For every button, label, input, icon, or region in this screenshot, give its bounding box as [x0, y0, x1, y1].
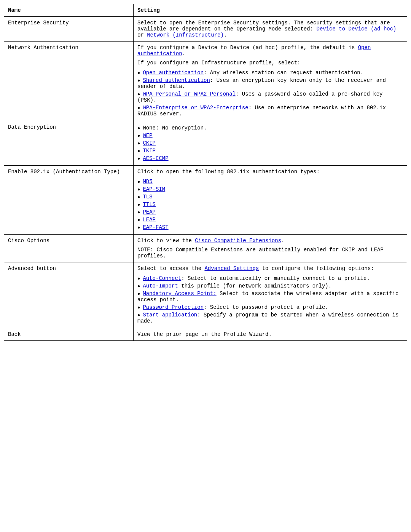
table-row: Cisco Options Click to view the Cisco Co… — [4, 235, 407, 262]
row-name-back: Back — [4, 328, 134, 341]
link-ckip[interactable]: CKIP — [143, 140, 156, 146]
link-tkip[interactable]: TKIP — [143, 148, 156, 154]
link-open-authentication[interactable]: Open authentication — [143, 70, 204, 76]
row-setting-enterprise-security: Select to open the Enterprise Security s… — [134, 17, 407, 42]
list-item: PEAP — [137, 208, 403, 216]
table-row: Back View the prior page in the Profile … — [4, 328, 407, 341]
link-cisco-compatible-extensions[interactable]: Cisco Compatible Extensions — [195, 238, 281, 244]
list-item: WEP — [137, 132, 403, 139]
link-aes-ccmp[interactable]: AES-CCMP — [143, 155, 168, 161]
list-item: None: No encryption. — [137, 124, 403, 132]
link-tls[interactable]: TLS — [143, 194, 152, 200]
list-item: WPA-Enterprise or WPA2-Enterprise: Use o… — [137, 104, 403, 118]
row-name-advanced-button: Advanced button — [4, 262, 134, 328]
list-item: MD5 — [137, 178, 403, 185]
link-shared-authentication[interactable]: Shared authentication — [143, 77, 210, 83]
row-setting-back: View the prior page in the Profile Wizar… — [134, 328, 407, 341]
row-name-enterprise-security: Enterprise Security — [4, 17, 134, 42]
list-item: EAP-SIM — [137, 185, 403, 193]
link-auto-import[interactable]: Auto-Import — [143, 283, 178, 289]
table-row: Enable 802.1x (Authentication Type) Clic… — [4, 166, 407, 235]
list-item: Mandatory Access Point: Select to associ… — [137, 290, 403, 304]
row-name-cisco-options: Cisco Options — [4, 235, 134, 262]
column-header-setting: Setting — [134, 4, 407, 17]
table-row: Network Authentication If you configure … — [4, 42, 407, 121]
list-item: Open authentication: Any wireless statio… — [137, 69, 403, 77]
row-setting-network-authentication: If you configure a Device to Device (ad … — [134, 42, 407, 121]
link-device-to-device[interactable]: Device to Device (ad hoc) — [316, 26, 396, 32]
link-eap-fast[interactable]: EAP-FAST — [143, 224, 168, 230]
link-auto-connect[interactable]: Auto-Connect — [143, 275, 181, 281]
list-item: TLS — [137, 193, 403, 201]
list-item: TTLS — [137, 201, 403, 208]
list-item: Auto-Connect: Select to automatically or… — [137, 275, 403, 282]
list-item: Start application: Specify a program to … — [137, 311, 403, 325]
table-row: Enterprise Security Select to open the E… — [4, 17, 407, 42]
column-header-name: Name — [4, 4, 134, 17]
link-wep[interactable]: WEP — [143, 133, 152, 139]
table-row: Data Encryption None: No encryption. WEP… — [4, 121, 407, 166]
link-start-application[interactable]: Start application — [143, 312, 197, 318]
link-wpa-personal[interactable]: WPA-Personal or WPA2 Personal — [143, 91, 236, 97]
link-md5[interactable]: MD5 — [143, 179, 152, 185]
row-name-enable-8021x: Enable 802.1x (Authentication Type) — [4, 166, 134, 235]
link-peap[interactable]: PEAP — [143, 209, 156, 215]
row-setting-enable-8021x: Click to open the following 802.11x auth… — [134, 166, 407, 235]
list-item: TKIP — [137, 147, 403, 155]
list-item: EAP-FAST — [137, 224, 403, 231]
link-wpa-enterprise[interactable]: WPA-Enterprise or WPA2-Enterprise — [143, 105, 248, 111]
list-item: LEAP — [137, 216, 403, 224]
table-row: Advanced button Select to access the Adv… — [4, 262, 407, 328]
list-item: AES-CCMP — [137, 155, 403, 162]
row-setting-advanced-button: Select to access the Advanced Settings t… — [134, 262, 407, 328]
row-setting-data-encryption: None: No encryption. WEP CKIP TKIP AES-C… — [134, 121, 407, 166]
row-name-network-authentication: Network Authentication — [4, 42, 134, 121]
link-leap[interactable]: LEAP — [143, 217, 156, 223]
link-ttls[interactable]: TTLS — [143, 201, 156, 208]
list-item: Auto-Import this profile (for network ad… — [137, 282, 403, 290]
link-eap-sim[interactable]: EAP-SIM — [143, 186, 165, 192]
link-password-protection[interactable]: Password Protection — [143, 304, 204, 310]
list-item: Shared authentication: Uses an encryptio… — [137, 77, 403, 90]
list-item: Password Protection: Select to password … — [137, 304, 403, 311]
row-setting-cisco-options: Click to view the Cisco Compatible Exten… — [134, 235, 407, 262]
link-network-infrastructure[interactable]: Network (Infrastructure) — [147, 32, 224, 38]
link-mandatory-access-point[interactable]: Mandatory Access Point: — [143, 291, 216, 297]
link-advanced-settings[interactable]: Advanced Settings — [204, 265, 259, 272]
link-open-auth-default[interactable]: Open authentication — [137, 45, 371, 57]
row-name-data-encryption: Data Encryption — [4, 121, 134, 166]
list-item: WPA-Personal or WPA2 Personal: Uses a pa… — [137, 90, 403, 104]
list-item: CKIP — [137, 139, 403, 147]
